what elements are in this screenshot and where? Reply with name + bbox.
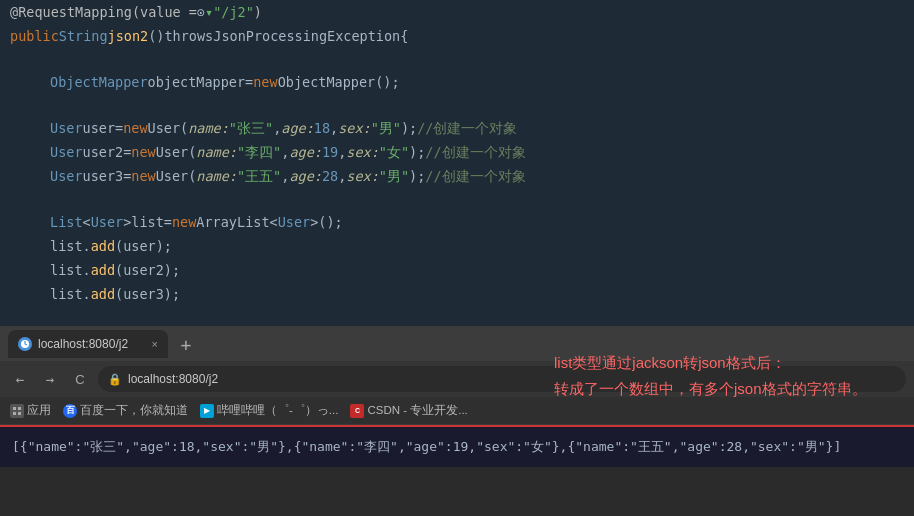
code-line: User user = new User( name: "张三", age: 1… — [0, 116, 914, 140]
code-line: User user2 = new User( name: "李四", age: … — [0, 140, 914, 164]
code-editor: @RequestMapping(value = ⊙▾"/j2")public S… — [0, 0, 914, 340]
code-editor-wrap: @RequestMapping(value = ⊙▾"/j2")public S… — [0, 0, 914, 340]
code-token: list — [50, 283, 83, 305]
code-token: //创建一个对象 — [417, 117, 517, 139]
result-bar: [{"name":"张三","age":18,"sex":"男"},{"name… — [0, 425, 914, 467]
code-token: > — [123, 211, 131, 233]
code-token: ObjectMapper — [278, 71, 376, 93]
code-token: age: — [289, 141, 322, 163]
code-token: ); — [156, 235, 172, 257]
svg-rect-5 — [13, 412, 16, 415]
code-token: name: — [188, 117, 229, 139]
tab-close-button[interactable]: × — [152, 338, 158, 350]
code-token: (); — [375, 71, 399, 93]
nav-refresh-button[interactable]: C — [68, 367, 92, 391]
code-line: ObjectMapper objectMapper = new ObjectMa… — [0, 70, 914, 94]
code-token: user3 — [123, 283, 164, 305]
browser-nav: ← → C 🔒 localhost:8080/j2 — [0, 361, 914, 397]
code-token: add — [91, 235, 115, 257]
code-token: User — [148, 117, 181, 139]
code-token: //创建一个对象 — [425, 165, 525, 187]
bilibili-icon: ▶ — [200, 404, 214, 418]
code-line: list.add(user2); — [0, 258, 914, 282]
code-token: ); — [164, 259, 180, 281]
code-token: User — [156, 141, 189, 163]
code-token: ⊙ — [197, 1, 205, 23]
code-token: ); — [164, 283, 180, 305]
code-token: User — [50, 117, 83, 139]
code-token: age: — [281, 117, 314, 139]
code-token: ( — [115, 259, 123, 281]
code-token: . — [83, 235, 91, 257]
code-token: new — [172, 211, 196, 233]
code-token: name: — [196, 165, 237, 187]
code-token: user2 — [123, 259, 164, 281]
browser-tab-active[interactable]: localhost:8080/j2 × — [8, 330, 168, 358]
code-token: ( — [188, 141, 196, 163]
nav-forward-button[interactable]: → — [38, 367, 62, 391]
nav-back-button[interactable]: ← — [8, 367, 32, 391]
result-text: [{"name":"张三","age":18,"sex":"男"},{"name… — [12, 438, 841, 456]
browser-bookmarks: 应用 百 百度一下，你就知道 ▶ 哔哩哔哩（゜-゜）っ... C CSDN - … — [0, 397, 914, 425]
code-token: ( — [115, 283, 123, 305]
code-token: objectMapper — [148, 71, 246, 93]
code-token: "王五" — [237, 165, 281, 187]
code-token: "男" — [371, 117, 401, 139]
code-token: User — [50, 141, 83, 163]
csdn-icon: C — [350, 404, 364, 418]
code-token: List — [50, 211, 83, 233]
browser-area: localhost:8080/j2 × + ← → C 🔒 localhost:… — [0, 326, 914, 516]
code-line: User user3 = new User( name: "王五", age: … — [0, 164, 914, 188]
code-token: ( — [180, 117, 188, 139]
code-token: >(); — [310, 211, 343, 233]
code-token: ); — [409, 141, 425, 163]
code-token: "李四" — [237, 141, 281, 163]
address-text: localhost:8080/j2 — [128, 372, 218, 386]
bookmark3-item[interactable]: C CSDN - 专业开发... — [348, 403, 469, 418]
code-token: = — [123, 165, 131, 187]
address-lock-icon: 🔒 — [108, 373, 122, 386]
svg-rect-3 — [13, 407, 16, 410]
code-token: ArrayList — [196, 211, 269, 233]
bookmarks-label-item: 应用 — [8, 403, 53, 418]
svg-rect-4 — [18, 407, 21, 410]
bookmark3-label: CSDN - 专业开发... — [367, 403, 467, 418]
code-token: user — [123, 235, 156, 257]
new-tab-button[interactable]: + — [172, 330, 200, 358]
code-token: ▾"/j2" — [205, 1, 254, 23]
address-bar[interactable]: 🔒 localhost:8080/j2 — [98, 366, 906, 392]
baidu-icon: 百 — [63, 404, 77, 418]
code-token: < — [270, 211, 278, 233]
code-token: , — [338, 165, 346, 187]
code-line: public String json2() throws JsonProcess… — [0, 24, 914, 48]
code-token: = — [115, 117, 123, 139]
bookmark1-item[interactable]: 百 百度一下，你就知道 — [61, 403, 190, 418]
bookmark2-item[interactable]: ▶ 哔哩哔哩（゜-゜）っ... — [198, 403, 340, 418]
code-token: = — [123, 141, 131, 163]
code-line: List<User> list = new ArrayList<User>(); — [0, 210, 914, 234]
code-token: new — [131, 165, 155, 187]
code-token: public — [10, 25, 59, 47]
code-token: "男" — [379, 165, 409, 187]
code-token: , — [338, 141, 346, 163]
code-token: , — [281, 141, 289, 163]
code-token: 28 — [322, 165, 338, 187]
code-line — [0, 94, 914, 116]
code-token: User — [278, 211, 311, 233]
code-token: sex: — [346, 165, 379, 187]
code-token: "女" — [379, 141, 409, 163]
browser-tabs: localhost:8080/j2 × + — [0, 327, 914, 361]
code-token: < — [83, 211, 91, 233]
code-token: , — [330, 117, 338, 139]
code-token: ( — [115, 235, 123, 257]
tab-favicon-icon — [18, 337, 32, 351]
code-token: . — [83, 283, 91, 305]
code-token: = — [245, 71, 253, 93]
tab-label: localhost:8080/j2 — [38, 337, 128, 351]
code-token: //创建一个对象 — [425, 141, 525, 163]
grid-icon — [10, 404, 24, 418]
code-line — [0, 48, 914, 70]
svg-rect-6 — [18, 412, 21, 415]
code-token: . — [83, 259, 91, 281]
code-token: () — [148, 25, 164, 47]
